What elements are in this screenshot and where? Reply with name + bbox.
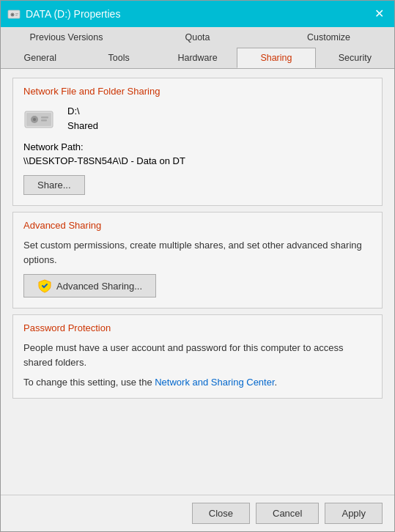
- advanced-sharing-desc: Set custom permissions, create multiple …: [23, 238, 372, 267]
- tab-previous-versions[interactable]: Previous Versions: [1, 27, 132, 48]
- svg-point-8: [33, 118, 36, 121]
- tabs-row2: General Tools Hardware Sharing Security: [1, 48, 394, 69]
- share-button[interactable]: Share...: [23, 175, 85, 195]
- svg-rect-3: [15, 13, 18, 14]
- tab-hardware[interactable]: Hardware: [158, 48, 237, 68]
- footer: Close Cancel Apply: [1, 495, 394, 531]
- drive-icon-title: [7, 7, 21, 21]
- tab-security[interactable]: Security: [316, 48, 394, 68]
- properties-window: DATA (D:) Properties ✕ Previous Versions…: [0, 0, 395, 532]
- link-suffix: .: [275, 377, 278, 388]
- password-link-line: To change this setting, use the Network …: [23, 377, 372, 388]
- tab-general[interactable]: General: [1, 48, 79, 68]
- advanced-sharing-title: Advanced Sharing: [23, 220, 372, 231]
- drive-status: Shared: [67, 119, 98, 133]
- svg-rect-9: [41, 117, 48, 119]
- advanced-sharing-button-label: Advanced Sharing...: [56, 281, 142, 292]
- drive-info: D:\ Shared: [23, 104, 372, 133]
- password-protection-section: Password Protection People must have a u…: [12, 314, 383, 399]
- drive-label: D:\ Shared: [67, 104, 98, 133]
- svg-rect-10: [41, 119, 47, 122]
- network-sharing-title: Network File and Folder Sharing: [23, 86, 372, 97]
- tab-customize[interactable]: Customize: [263, 27, 394, 48]
- cancel-button[interactable]: Cancel: [256, 503, 319, 524]
- network-sharing-section: Network File and Folder Sharing D:\ Shar…: [12, 78, 383, 206]
- tab-quota[interactable]: Quota: [132, 27, 263, 48]
- svg-rect-4: [15, 15, 18, 15]
- tab-sharing[interactable]: Sharing: [237, 48, 315, 68]
- apply-button[interactable]: Apply: [325, 503, 383, 524]
- network-sharing-center-link[interactable]: Network and Sharing Center: [155, 377, 274, 388]
- password-protection-title: Password Protection: [23, 322, 372, 333]
- password-desc: People must have a user account and pass…: [23, 341, 372, 369]
- tabs-row1: Previous Versions Quota Customize: [1, 27, 394, 48]
- title-bar: DATA (D:) Properties ✕: [1, 1, 394, 27]
- advanced-sharing-section: Advanced Sharing Set custom permissions,…: [12, 212, 383, 309]
- svg-rect-6: [26, 113, 51, 126]
- drive-icon: [23, 107, 59, 130]
- title-bar-left: DATA (D:) Properties: [7, 7, 120, 21]
- window-title: DATA (D:) Properties: [26, 8, 120, 20]
- advanced-sharing-button[interactable]: Advanced Sharing...: [23, 274, 156, 298]
- tab-tools[interactable]: Tools: [79, 48, 158, 68]
- link-prefix: To change this setting, use the: [23, 377, 155, 388]
- shield-icon: [37, 278, 52, 293]
- network-path-label: Network Path:: [23, 141, 372, 152]
- network-path-value: \\DESKTOP-T8SN54A\D - Data on DT: [23, 155, 372, 166]
- close-window-button[interactable]: ✕: [370, 7, 388, 21]
- drive-path: D:\: [67, 104, 98, 119]
- svg-point-2: [12, 14, 13, 15]
- close-button[interactable]: Close: [192, 503, 250, 524]
- content-area: Network File and Folder Sharing D:\ Shar…: [1, 69, 394, 495]
